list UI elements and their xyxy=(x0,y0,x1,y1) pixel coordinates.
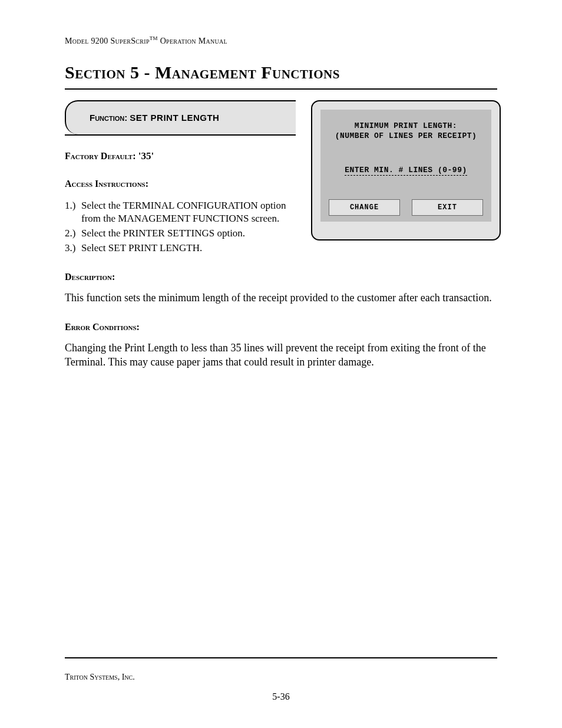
access-instructions-list: 1.) Select the TERMINAL CONFIGURATION op… xyxy=(65,199,306,256)
screen-prompt: ENTER MIN. # LINES (0-99) xyxy=(345,166,467,176)
trademark-symbol: TM xyxy=(150,35,158,41)
factory-default-value: '35' xyxy=(136,150,154,162)
item-text: Select the PRINTER SETTINGS option. xyxy=(81,227,306,241)
left-column: Factory Default: '35' Access Instruction… xyxy=(65,150,306,256)
screen-line-2: (NUMBER OF LINES PER RECEIPT) xyxy=(320,131,491,141)
function-label: Function: xyxy=(90,113,127,123)
item-number: 1.) xyxy=(65,199,81,226)
terminal-screen-panel: MINIMUM PRINT LENGTH: (NUMBER OF LINES P… xyxy=(311,100,501,241)
description-label: Description: xyxy=(65,272,115,282)
footer-company: Triton Systems, Inc. xyxy=(65,673,135,682)
running-header: Model 9200 SuperScripTM Operation Manual xyxy=(65,35,497,46)
function-name: SET PRINT LENGTH xyxy=(130,113,219,123)
list-item: 2.) Select the PRINTER SETTINGS option. xyxy=(65,227,306,241)
item-number: 2.) xyxy=(65,227,81,241)
description-text: This function sets the minimum length of… xyxy=(65,291,497,305)
tab-underline xyxy=(65,134,296,136)
item-text: Select SET PRINT LENGTH. xyxy=(81,242,306,255)
list-item: 1.) Select the TERMINAL CONFIGURATION op… xyxy=(65,199,306,226)
exit-button[interactable]: EXIT xyxy=(412,199,483,216)
header-tail: Operation Manual xyxy=(158,37,227,45)
access-instructions-label: Access Instructions: xyxy=(65,179,148,189)
error-conditions-text: Changing the Print Length to less than 3… xyxy=(65,341,497,370)
factory-default-label: Factory Default: xyxy=(65,151,136,161)
exit-button-label: EXIT xyxy=(438,203,457,212)
footer-page-number: 5-36 xyxy=(0,691,562,702)
function-block: Function: SET PRINT LENGTH Factory Defau… xyxy=(65,100,497,256)
terminal-screen: MINIMUM PRINT LENGTH: (NUMBER OF LINES P… xyxy=(320,110,491,222)
screen-line-1: MINIMUM PRINT LENGTH: xyxy=(320,121,491,131)
change-button-label: CHANGE xyxy=(350,203,379,212)
section-title: Section 5 - Management Functions xyxy=(65,62,497,83)
item-text: Select the TERMINAL CONFIGURATION option… xyxy=(81,199,306,226)
title-rule xyxy=(65,88,497,90)
item-number: 3.) xyxy=(65,242,81,255)
change-button[interactable]: CHANGE xyxy=(329,199,400,216)
footer-rule xyxy=(65,657,497,658)
function-tab: Function: SET PRINT LENGTH xyxy=(65,100,296,134)
list-item: 3.) Select SET PRINT LENGTH. xyxy=(65,242,306,255)
header-model: Model 9200 SuperScrip xyxy=(65,37,150,45)
screen-button-row: CHANGE EXIT xyxy=(329,199,483,216)
error-conditions-label: Error Conditions: xyxy=(65,322,140,332)
